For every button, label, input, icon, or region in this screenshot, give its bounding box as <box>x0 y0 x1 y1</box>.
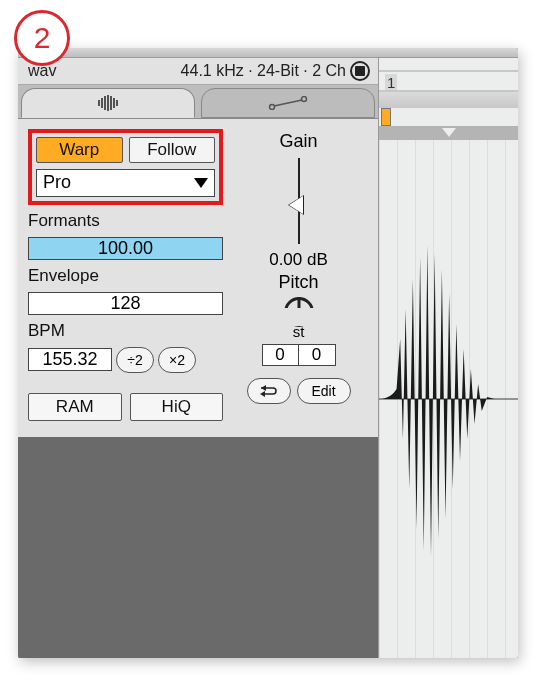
svg-point-9 <box>270 104 275 109</box>
svg-point-11 <box>302 96 307 101</box>
reverse-button[interactable] <box>247 378 291 404</box>
formants-label: Formants <box>28 211 223 231</box>
svg-marker-12 <box>260 391 265 397</box>
audio-waveform <box>378 140 518 658</box>
gain-label: Gain <box>279 131 317 152</box>
warp-mode-select[interactable]: Pro <box>36 169 215 197</box>
warp-highlight: Warp Follow Pro <box>28 129 223 205</box>
save-icon[interactable] <box>350 61 370 81</box>
pitch-cents[interactable]: 0 <box>299 345 335 365</box>
gain-value: 0.00 dB <box>269 250 328 270</box>
ram-button[interactable]: RAM <box>28 393 122 421</box>
chevron-down-icon <box>442 128 456 137</box>
gain-slider[interactable] <box>296 158 302 244</box>
step-badge: 2 <box>14 10 70 66</box>
file-status-bar: wav 44.1 kHz · 24-Bit · 2 Ch <box>18 58 378 85</box>
panel-body: Warp Follow Pro Formants 100.00 Envelope… <box>18 119 378 437</box>
window-titlebar[interactable] <box>18 48 518 58</box>
pitch-knob[interactable] <box>284 297 314 327</box>
loop-handle[interactable] <box>379 126 518 140</box>
follow-button[interactable]: Follow <box>129 137 216 163</box>
bpm-double-button[interactable]: ×2 <box>158 347 196 373</box>
pitch-label: Pitch <box>278 272 318 293</box>
clip-panel-window: wav 44.1 kHz · 24-Bit · 2 Ch <box>18 48 518 658</box>
panel-tabs <box>18 85 378 119</box>
pitch-fields[interactable]: 0 0 <box>262 344 336 366</box>
hiq-button[interactable]: HiQ <box>130 393 224 421</box>
envelope-value[interactable]: 128 <box>28 292 223 315</box>
svg-marker-13 <box>261 385 266 391</box>
svg-line-10 <box>274 100 302 106</box>
envelope-label: Envelope <box>28 266 223 286</box>
bpm-half-button[interactable]: ÷2 <box>116 347 154 373</box>
clip-properties-panel: wav 44.1 kHz · 24-Bit · 2 Ch <box>18 58 378 658</box>
edit-button[interactable]: Edit <box>297 378 351 404</box>
warp-button[interactable]: Warp <box>36 137 123 163</box>
pitch-semitones[interactable]: 0 <box>263 345 299 365</box>
tab-sample[interactable] <box>21 88 195 118</box>
warp-mode-value: Pro <box>43 172 71 193</box>
chevron-down-icon <box>194 178 208 188</box>
file-format-info: 44.1 kHz · 24-Bit · 2 Ch <box>181 62 346 80</box>
formants-value[interactable]: 100.00 <box>28 237 223 260</box>
warp-marker-icon[interactable] <box>381 108 391 126</box>
step-number: 2 <box>34 21 51 55</box>
bpm-value[interactable]: 155.32 <box>28 348 112 371</box>
tab-envelope[interactable] <box>201 88 375 118</box>
timeline-marker: 1 <box>385 74 397 91</box>
waveform-area[interactable]: 1 <box>378 58 518 658</box>
bpm-label: BPM <box>28 321 223 341</box>
